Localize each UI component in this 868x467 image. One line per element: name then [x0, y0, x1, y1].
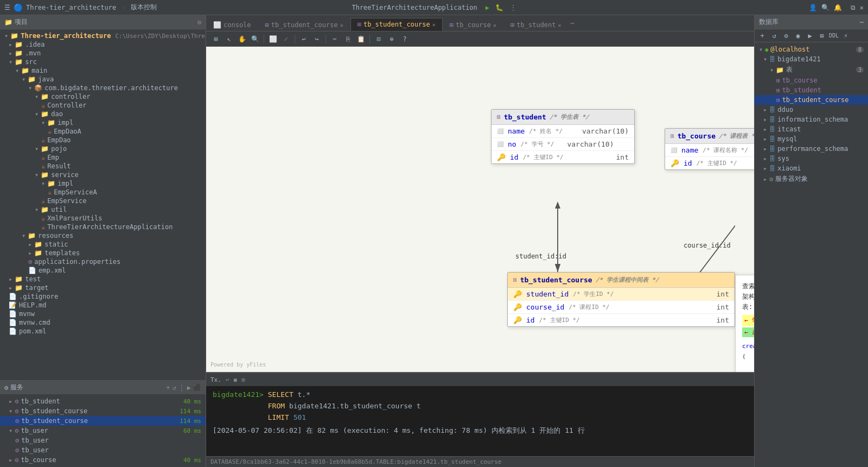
run-icon[interactable]: ▶	[486, 4, 489, 11]
tree-item-service[interactable]: ▾ 📁 service	[0, 171, 206, 179]
tree-item-root[interactable]: ▾ 📁 Three-tier_architecture C:\Users\ZDY…	[0, 31, 206, 40]
tree-item-mvn[interactable]: ▸ 📁 .mvn	[0, 49, 206, 58]
tab-close-icon[interactable]: ✕	[432, 22, 436, 28]
window-close-btn[interactable]: ✕	[860, 4, 864, 11]
db-item-dduo[interactable]: ▸ 🗄 dduo	[755, 105, 868, 115]
service-refresh-btn[interactable]: ↺	[173, 384, 176, 392]
tree-item-dao-impl[interactable]: ▾ 📁 impl	[0, 118, 206, 127]
db-add-btn[interactable]: +	[757, 30, 768, 41]
tab-close-icon[interactable]: ✕	[558, 22, 561, 28]
query-grid-btn[interactable]: ⊞	[241, 376, 245, 383]
toolbar-grid-btn[interactable]: ⊞	[210, 34, 221, 45]
tree-item-xmlparserutils[interactable]: ☕ XmlParserUtils	[0, 214, 206, 223]
tree-item-empdaoa[interactable]: ☕ EmpDaoA	[0, 127, 206, 136]
tree-item-test[interactable]: ▸ 📁 test	[0, 275, 206, 283]
tree-item-idea[interactable]: ▸ 📁 .idea	[0, 40, 206, 49]
toolbar-copy-btn[interactable]: ⎘	[342, 34, 353, 45]
db-item-sys[interactable]: ▸ 🗄 sys	[755, 154, 868, 163]
service-item-tb-student-course-1[interactable]: ▾ ⚙ tb_student_course 114 ms	[0, 406, 206, 416]
tree-item-empdao[interactable]: ☕ EmpDao	[0, 136, 206, 144]
er-table-student-course[interactable]: ⊞ tb_student_course /* 学生课程中间表 */ 🔑 stud…	[507, 272, 735, 327]
tree-item-result[interactable]: ☕ Result	[0, 162, 206, 171]
toolbar-cut-btn[interactable]: ✂	[329, 34, 340, 45]
tree-item-pomxml[interactable]: 📄 pom.xml	[0, 327, 206, 336]
db-grid-btn[interactable]: ⊞	[816, 30, 827, 41]
service-more-btn[interactable]: ⋮	[178, 384, 185, 392]
search-icon[interactable]: 🔍	[821, 4, 829, 11]
tree-item-package[interactable]: ▾ 📦 com.bigdate.threetier.architecture	[0, 84, 206, 92]
db-more-btn[interactable]: ⋯	[860, 18, 864, 26]
db-item-information-schema[interactable]: ▸ 🗄 information_schema	[755, 115, 868, 124]
more-icon[interactable]: ⋮	[510, 4, 516, 11]
db-run-btn[interactable]: ▶	[805, 30, 815, 41]
query-stop-btn[interactable]: ◼	[234, 376, 238, 383]
bell-icon[interactable]: 🔔	[834, 4, 842, 11]
hamburger-icon[interactable]: ☰	[4, 4, 10, 11]
service-run-btn[interactable]: ▶	[187, 384, 191, 392]
toolbar-help-btn[interactable]: ?	[399, 34, 410, 45]
service-item-tb-course[interactable]: ▸ ⚙ tb_course 40 ms	[0, 455, 206, 465]
db-flash-btn[interactable]: ⚡	[840, 30, 851, 41]
tree-item-java[interactable]: ▾ 📁 java	[0, 75, 206, 84]
db-item-tables-folder[interactable]: ▾ 📁 表 3	[755, 64, 868, 75]
toolbar-entity-btn[interactable]: ⬜	[267, 34, 278, 45]
tree-item-empxml[interactable]: 📄 emp.xml	[0, 266, 206, 275]
debug-icon[interactable]: 🐛	[495, 4, 503, 11]
service-item-tb-user-3[interactable]: ⚙ tb_user	[0, 445, 206, 455]
tree-item-mvnw[interactable]: 📄 mvnw	[0, 310, 206, 318]
db-item-server-objects[interactable]: ▸ ⚙ 服务器对象	[755, 173, 868, 185]
toolbar-paste-btn[interactable]: 📋	[355, 34, 366, 45]
db-item-tb-course[interactable]: ⊞ tb_course	[755, 75, 868, 85]
tab-close-icon[interactable]: ✕	[493, 22, 496, 28]
sync-icon[interactable]: ⚙	[197, 18, 201, 26]
tree-item-empservicea[interactable]: ☕ EmpServiceA	[0, 188, 206, 197]
tree-item-resources[interactable]: ▾ 📁 resources	[0, 231, 206, 240]
service-item-tb-user[interactable]: ▾ ⚙ tb_user 60 ms	[0, 426, 206, 436]
profile-icon[interactable]: 👤	[809, 4, 817, 11]
service-item-tb-user-2[interactable]: ⚙ tb_user	[0, 436, 206, 445]
db-item-mysql[interactable]: ▸ 🗄 mysql	[755, 134, 868, 144]
tree-item-empservice[interactable]: ☕ EmpService	[0, 197, 206, 205]
tab-tb-student-course-2[interactable]: ⊞ tb_student_course ✕	[350, 18, 443, 31]
tree-item-dao-folder[interactable]: ▾ 📁 dao	[0, 110, 206, 118]
toolbar-redo-btn[interactable]: ↪	[311, 34, 322, 45]
db-item-localhost[interactable]: ▾ ● @localhost 8	[755, 45, 868, 54]
tree-item-main[interactable]: ▾ 📁 main	[0, 66, 206, 75]
toolbar-fit-btn[interactable]: ⊡	[373, 34, 384, 45]
tab-tb-student-course-1[interactable]: ⊞ tb_student_course ✕	[258, 18, 350, 31]
db-item-bigdate1421[interactable]: ▾ 🗄 bigdate1421	[755, 54, 868, 64]
tree-item-util[interactable]: ▾ 📁 util	[0, 205, 206, 214]
query-rollback-btn[interactable]: ↩	[226, 376, 229, 383]
tree-item-emp[interactable]: ☕ Emp	[0, 153, 206, 162]
toolbar-undo-btn[interactable]: ↩	[298, 34, 309, 45]
db-ddl-label[interactable]: DDL	[828, 30, 839, 41]
window-restore-btn[interactable]: ⧉	[851, 4, 856, 11]
er-table-course[interactable]: ⊞ tb_course /* 课程表 */ ⬜ name /* 课程名称 */ …	[665, 128, 754, 170]
toolbar-zoom-btn[interactable]: 🔍	[250, 34, 260, 45]
service-stop-btn[interactable]: ⬛	[193, 384, 201, 392]
tab-tb-student[interactable]: ⊞ tb_student ✕	[503, 18, 569, 31]
tree-item-controller-folder[interactable]: ▾ 📁 controller	[0, 92, 206, 101]
tree-item-gitignore[interactable]: 📄 .gitignore	[0, 292, 206, 301]
tree-item-templates[interactable]: ▸ 📁 templates	[0, 249, 206, 257]
tree-item-src[interactable]: ▾ 📁 src	[0, 58, 206, 66]
tree-item-appprops[interactable]: ⚙ application.properties	[0, 257, 206, 266]
db-item-tb-student[interactable]: ⊞ tb_student	[755, 85, 868, 95]
tab-console[interactable]: ⬜ console	[206, 18, 258, 31]
tree-item-static[interactable]: ▸ 📁 static	[0, 240, 206, 249]
tree-item-main-class[interactable]: ☕ ThreeTierArchitectureApplication	[0, 223, 206, 231]
db-item-tb-student-course[interactable]: ⊞ tb_student_course	[755, 95, 868, 105]
tree-item-target[interactable]: ▸ 📁 target	[0, 283, 206, 292]
tab-tb-course[interactable]: ⊞ tb_course ✕	[443, 18, 503, 31]
db-connect-btn[interactable]: ◉	[793, 30, 803, 41]
tree-item-helpmd[interactable]: 📝 HELP.md	[0, 301, 206, 310]
tab-close-icon[interactable]: ✕	[340, 22, 343, 28]
tree-item-controller-class[interactable]: ☕ Controller	[0, 101, 206, 110]
db-refresh-btn[interactable]: ↺	[769, 30, 780, 41]
service-item-tb-student-course-2[interactable]: ⚙ tb_student_course 114 ms	[0, 416, 206, 426]
tree-item-service-impl[interactable]: ▾ 📁 impl	[0, 179, 206, 188]
tabs-more-btn[interactable]: ⋯	[571, 20, 575, 27]
toolbar-select-btn[interactable]: ↖	[224, 34, 234, 45]
db-item-performance-schema[interactable]: ▸ 🗄 performance_schema	[755, 144, 868, 154]
toolbar-hand-btn[interactable]: ✋	[237, 34, 247, 45]
